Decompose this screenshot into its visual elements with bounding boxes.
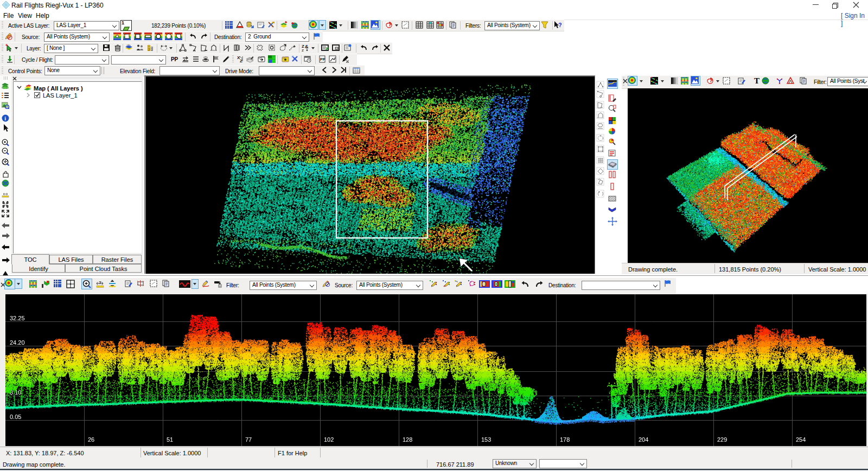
svg-text:?: ? xyxy=(99,280,101,285)
svg-text:&: & xyxy=(305,44,309,49)
svg-text:PP: PP xyxy=(320,57,326,61)
svg-text:i: i xyxy=(4,115,6,121)
svg-text:?: ? xyxy=(558,22,561,28)
svg-text:Z: Z xyxy=(240,59,242,63)
svg-text:z: z xyxy=(302,48,304,51)
